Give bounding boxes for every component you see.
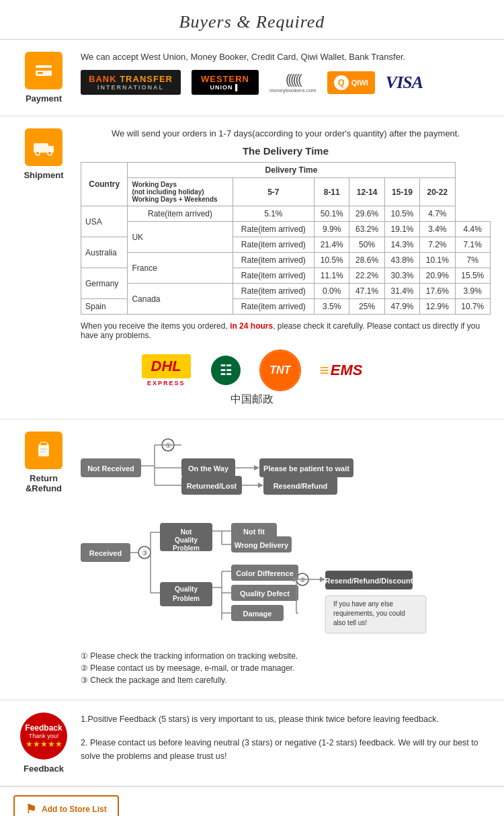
svg-text:Please be patient to wait: Please be patient to wait [263,464,349,473]
svg-point-6 [48,151,52,155]
rate-label-cell: Rate(item arrived) [233,268,314,284]
shipment-notice: When you receive the items you ordered, … [81,321,491,340]
page-header: Buyers & Required [0,0,504,40]
add-to-store-area: ⚑ Add to Store List [0,786,504,816]
payment-icon-area: Payment [13,52,74,104]
delivery-table-title: The Delivery Time [81,145,491,157]
return-content: Not Received ① On the Way [74,432,491,688]
svg-text:If you have any else: If you have any else [333,600,393,608]
moneybookers-logo: (((((( moneybookers.com [269,72,317,93]
courier-logos: DHL EXPRESS ☷ TNT ≡ EMS [13,351,491,390]
ref-item-3: ③ Check the package and Item carefully. [81,676,491,685]
col-15-19: 15-19 [384,178,419,206]
visa-logo: VISA [386,73,423,93]
svg-text:Resend/Refund/Discount: Resend/Refund/Discount [325,577,413,585]
svg-text:Quality Defect: Quality Defect [240,589,290,598]
country-cell: USA [81,206,128,237]
feedback-icon-area: Feedback Thank you! ★★★★★ Feedback [13,712,74,774]
ref-item-2: ② Please contact us by meesage, e-mail, … [81,663,491,673]
country-cell: Germany [81,268,128,299]
add-to-store-button[interactable]: ⚑ Add to Store List [13,795,119,816]
western-union-logo: WESTERN UNION ▌ [192,70,259,95]
payment-logos: BANK TRANSFER INTERNATIONAL WESTERN UNIO… [81,70,491,95]
svg-rect-7 [38,444,49,456]
shipment-label: Shipment [24,170,63,180]
feedback-text-1: 1.Positive Feedback (5 stars) is very im… [81,712,491,726]
ref-list: ① Please check the tracking information … [81,651,491,685]
svg-text:also tell us!: also tell us! [333,619,367,626]
shipment-icon-area: Shipment [13,128,74,180]
col-country: Country [81,163,128,206]
svg-text:Problem: Problem [173,544,200,552]
rate-label-cell: Rate(item arrived) [233,237,314,253]
svg-text:Wrong Delivery: Wrong Delivery [235,541,289,549]
notice-highlight: in 24 hours [230,321,273,331]
tnt-logo: TNT [261,351,300,390]
dhl-logo: DHL EXPRESS [142,354,191,386]
svg-point-5 [36,151,40,155]
country-cell: France [128,253,233,284]
col-5-7: 5-7 [233,178,314,206]
svg-text:Resend/Refund: Resend/Refund [274,482,328,490]
country-cell: UK [128,222,233,253]
rate-label-cell: Rate(item arrived) [128,206,233,222]
col-working-days: Working Days(not including holiday)Worki… [128,178,233,206]
country-cell: Australia [81,237,128,268]
return-icon-area: Return &Refund [13,432,74,493]
svg-text:Problem: Problem [173,595,200,602]
svg-rect-9 [40,448,47,450]
feedback-section: Feedback Thank you! ★★★★★ Feedback 1.Pos… [0,700,504,786]
svg-text:Not Received: Not Received [87,464,134,473]
svg-marker-24 [254,465,259,471]
payment-label: Payment [26,93,62,104]
store-icon: ⚑ [26,802,36,816]
ref-item-1: ① Please check the tracking information … [81,651,491,661]
feedback-text-2: 2. Please contact us before leaving neut… [81,736,491,763]
bank-transfer-logo: BANK TRANSFER INTERNATIONAL [81,70,181,95]
rate-label-cell: Rate(item arrived) [233,253,314,268]
table-row: USA Rate(item arrived) 5.1% 50.1% 29.6% … [81,206,491,222]
feedback-label: Feedback [24,764,64,774]
sf-express-logo: ☷ [211,356,241,385]
svg-rect-2 [38,72,43,74]
ems-logo: ≡ EMS [320,361,363,380]
svg-marker-32 [258,483,263,488]
country-cell: Spain [81,299,128,315]
svg-text:③: ③ [142,549,148,557]
payment-description: We can accept West Union, Money Booker, … [81,52,491,62]
feedback-icon: Feedback Thank you! ★★★★★ [20,712,67,760]
shipment-content: We will send your orders in 1-7 days(acc… [74,128,491,340]
svg-text:Color Difference: Color Difference [236,569,294,577]
rate-label-cell: Rate(item arrived) [233,284,314,299]
col-8-11: 8-11 [314,178,349,206]
svg-text:Not fit: Not fit [243,528,265,536]
rate-label-cell: Rate(item arrived) [233,299,314,315]
return-icon [25,432,62,469]
shipment-icon [25,128,62,166]
table-row: France Rate(item arrived) 10.5% 28.6% 43… [81,253,491,268]
svg-text:Returned/Lost: Returned/Lost [187,482,237,490]
table-row: UK Rate(item arrived) 9.9% 63.2% 19.1% 3… [81,222,491,237]
col-delivery-time: Delivery Time [128,163,455,178]
add-to-store-label: Add to Store List [42,805,107,814]
payment-content: We can accept West Union, Money Booker, … [74,52,491,95]
svg-rect-8 [40,442,47,446]
col-12-14: 12-14 [349,178,384,206]
qiwi-logo: Q QIWI [327,71,375,94]
svg-text:requirements, you could: requirements, you could [333,610,405,617]
country-cell: Canada [128,284,233,315]
rate-label-cell: Rate(item arrived) [233,222,314,237]
svg-text:Quality: Quality [175,585,198,593]
svg-rect-1 [36,68,52,71]
delivery-table: Country Delivery Time Working Days(not i… [81,162,491,315]
svg-text:On the Way: On the Way [188,464,229,473]
shipment-section: Shipment We will send your orders in 1-7… [0,116,504,419]
payment-section: Payment We can accept West Union, Money … [0,40,504,116]
payment-icon [25,52,62,89]
return-refund-section: Return &Refund Not Received ① [0,419,504,700]
shipment-intro: We will send your orders in 1-7 days(acc… [81,128,491,138]
flow-diagram: Not Received ① On the Way [81,432,457,640]
china-post-text: 中国邮政 [13,393,491,407]
page-title: Buyers & Required [0,12,504,32]
col-20-22: 20-22 [420,178,455,206]
